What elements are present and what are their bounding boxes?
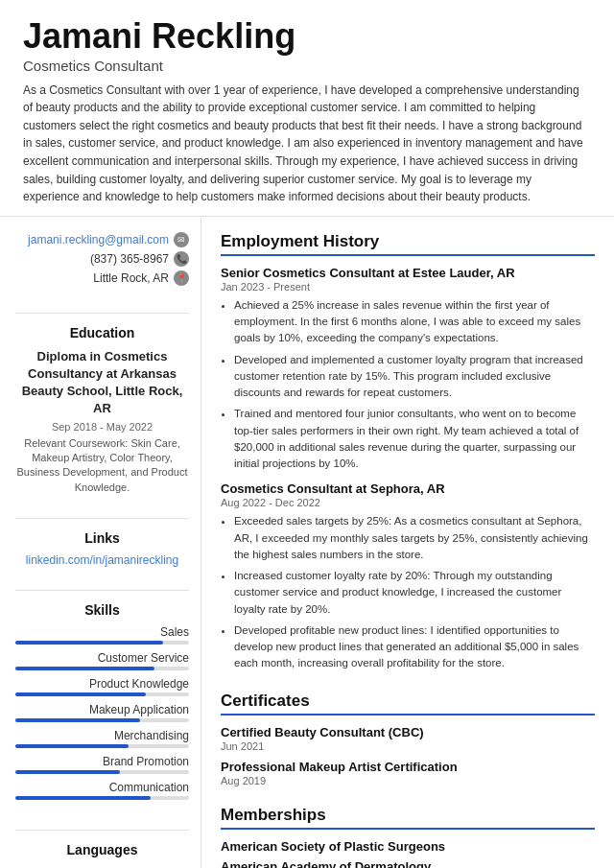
cert-date: Jun 2021 bbox=[221, 740, 595, 752]
contact-location: Little Rock, AR 📍 bbox=[15, 270, 189, 286]
divider-4 bbox=[15, 830, 189, 831]
skill-bar-fill bbox=[15, 796, 151, 800]
candidate-title: Cosmetics Consultant bbox=[23, 58, 591, 74]
job-date: Jan 2023 - Present bbox=[221, 281, 595, 293]
certificates-heading: Certificates bbox=[221, 692, 595, 716]
certs-list: Certified Beauty Consultant (CBC) Jun 20… bbox=[221, 725, 595, 786]
employment-section: Employment History Senior Cosmetics Cons… bbox=[221, 232, 595, 672]
job-bullet: Achieved a 25% increase in sales revenue… bbox=[234, 297, 595, 347]
location-icon: 📍 bbox=[174, 270, 189, 286]
skill-bar-bg bbox=[15, 692, 189, 696]
job-bullet: Developed profitable new product lines: … bbox=[234, 622, 595, 672]
job-bullets: Achieved a 25% increase in sales revenue… bbox=[221, 297, 595, 473]
job-entry: Cosmetics Consultant at Sephora, AR Aug … bbox=[221, 481, 595, 671]
job-entry: Senior Cosmetics Consultant at Estee Lau… bbox=[221, 266, 595, 473]
members-list: American Society of Plastic SurgeonsAmer… bbox=[221, 839, 595, 869]
skill-label: Brand Promotion bbox=[15, 755, 189, 768]
email-link[interactable]: jamani.reckling@gmail.com bbox=[28, 233, 169, 246]
edu-dates: Sep 2018 - May 2022 bbox=[15, 421, 189, 433]
memberships-section: Memberships American Society of Plastic … bbox=[221, 806, 595, 869]
skills-heading: Skills bbox=[15, 602, 189, 618]
job-bullet: Exceeded sales targets by 25%: As a cosm… bbox=[234, 513, 595, 563]
cert-entry: Certified Beauty Consultant (CBC) Jun 20… bbox=[221, 725, 595, 752]
jobs-list: Senior Cosmetics Consultant at Estee Lau… bbox=[221, 266, 595, 672]
job-date: Aug 2022 - Dec 2022 bbox=[221, 497, 595, 508]
skill-item: Makeup Application bbox=[15, 703, 189, 722]
member-entry: American Academy of Dermatology bbox=[221, 859, 595, 869]
linkedin-link[interactable]: linkedin.com/in/jamanireckling bbox=[15, 553, 189, 567]
education-heading: Education bbox=[15, 325, 189, 340]
skill-bar-bg bbox=[15, 667, 189, 670]
skills-section: Skills Sales Customer Service Product Kn… bbox=[15, 602, 189, 807]
job-bullets: Exceeded sales targets by 25%: As a cosm… bbox=[221, 513, 595, 671]
skill-label: Merchandising bbox=[15, 729, 189, 742]
languages-heading: Languages bbox=[15, 842, 189, 857]
employment-heading: Employment History bbox=[221, 232, 595, 256]
skill-bar-bg bbox=[15, 744, 189, 748]
job-bullet: Trained and mentored four junior consult… bbox=[234, 406, 595, 472]
member-entry: American Society of Plastic Surgeons bbox=[221, 839, 595, 854]
cert-name: Professional Makeup Artist Certification bbox=[221, 760, 595, 774]
location-text: Little Rock, AR bbox=[93, 271, 169, 285]
skill-item: Communication bbox=[15, 781, 189, 800]
links-section: Links linkedin.com/in/jamanireckling bbox=[15, 530, 189, 567]
cert-name: Certified Beauty Consultant (CBC) bbox=[221, 725, 595, 739]
divider-2 bbox=[15, 518, 189, 519]
skill-bar-bg bbox=[15, 796, 189, 800]
skill-bar-fill bbox=[15, 667, 154, 670]
certificates-section: Certificates Certified Beauty Consultant… bbox=[221, 692, 595, 786]
skill-item: Sales bbox=[15, 625, 189, 645]
skill-item: Customer Service bbox=[15, 651, 189, 670]
links-heading: Links bbox=[15, 530, 189, 546]
skill-bar-fill bbox=[15, 770, 120, 774]
cert-date: Aug 2019 bbox=[221, 775, 595, 786]
mail-icon: ✉ bbox=[174, 232, 189, 247]
skill-label: Customer Service bbox=[15, 651, 189, 665]
main-body: jamani.reckling@gmail.com ✉ (837) 365-89… bbox=[0, 217, 614, 868]
candidate-name: Jamani Reckling bbox=[23, 17, 591, 56]
job-bullet: Increased customer loyalty rate by 20%: … bbox=[234, 568, 595, 618]
memberships-heading: Memberships bbox=[221, 806, 595, 830]
contact-email: jamani.reckling@gmail.com ✉ bbox=[15, 232, 189, 247]
skill-bar-bg bbox=[15, 770, 189, 774]
skill-bar-bg bbox=[15, 641, 189, 645]
contact-section: jamani.reckling@gmail.com ✉ (837) 365-89… bbox=[15, 232, 189, 290]
skill-bar-fill bbox=[15, 744, 129, 748]
job-title: Senior Cosmetics Consultant at Estee Lau… bbox=[221, 266, 595, 280]
header-section: Jamani Reckling Cosmetics Consultant As … bbox=[0, 0, 614, 217]
skill-label: Sales bbox=[15, 625, 189, 639]
skill-label: Communication bbox=[15, 781, 189, 794]
candidate-summary: As a Cosmetics Consultant with over 1 ye… bbox=[23, 82, 591, 206]
skill-label: Makeup Application bbox=[15, 703, 189, 716]
languages-section: Languages English bbox=[15, 842, 189, 868]
skills-list: Sales Customer Service Product Knowledge… bbox=[15, 625, 189, 800]
main-content: Employment History Senior Cosmetics Cons… bbox=[201, 217, 614, 868]
job-bullet: Developed and implemented a customer loy… bbox=[234, 352, 595, 402]
phone-text: (837) 365-8967 bbox=[90, 252, 169, 266]
skill-item: Product Knowledge bbox=[15, 677, 189, 696]
edu-coursework: Relevant Coursework: Skin Care, Makeup A… bbox=[15, 436, 189, 496]
divider-3 bbox=[15, 590, 189, 591]
skill-bar-fill bbox=[15, 692, 146, 696]
sidebar: jamani.reckling@gmail.com ✉ (837) 365-89… bbox=[0, 217, 201, 868]
skill-item: Merchandising bbox=[15, 729, 189, 748]
job-title: Cosmetics Consultant at Sephora, AR bbox=[221, 481, 595, 496]
skill-bar-bg bbox=[15, 718, 189, 722]
skill-item: Brand Promotion bbox=[15, 755, 189, 774]
cert-entry: Professional Makeup Artist Certification… bbox=[221, 760, 595, 786]
education-section: Education Diploma in Cosmetics Consultan… bbox=[15, 325, 189, 495]
skill-label: Product Knowledge bbox=[15, 677, 189, 691]
skill-bar-fill bbox=[15, 641, 163, 645]
edu-degree: Diploma in Cosmetics Consultancy at Arka… bbox=[15, 348, 189, 418]
skill-bar-fill bbox=[15, 718, 140, 722]
resume-page: Jamani Reckling Cosmetics Consultant As … bbox=[0, 0, 614, 868]
divider-1 bbox=[15, 313, 189, 314]
contact-phone: (837) 365-8967 📞 bbox=[15, 251, 189, 267]
phone-icon: 📞 bbox=[174, 251, 189, 267]
